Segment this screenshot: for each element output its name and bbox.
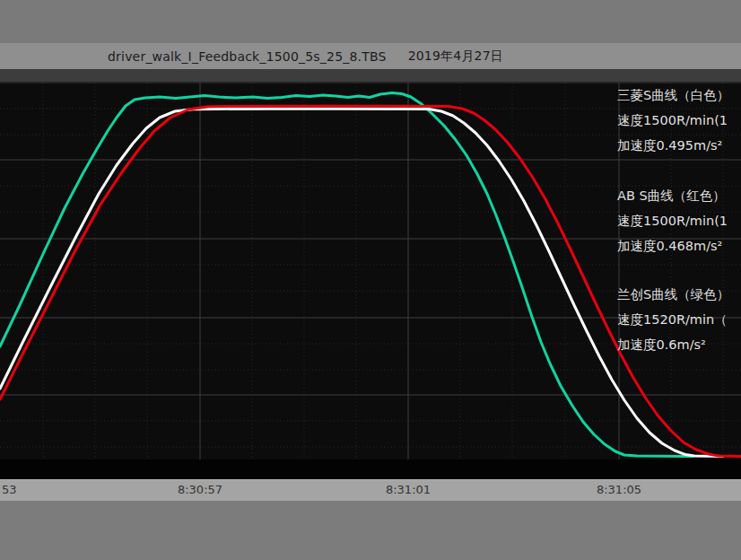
legend-lanchuang-title: 兰创S曲线（绿色） (617, 282, 741, 307)
time-tick-53: 53 (2, 483, 17, 496)
legend-ab-title: AB S曲线（红色） (617, 183, 741, 208)
legend-ab-accel: 加速度0.468m/s² (617, 233, 741, 258)
app-window: driver_walk_I_Feedback_1500_5s_25_8.TBS … (0, 0, 741, 560)
legend-ab-speed: 速度1500R/min(1 (617, 208, 741, 233)
plot-area[interactable]: 三菱S曲线（白色） 速度1500R/min(1 加速度0.495m/s² AB … (0, 69, 741, 479)
legend-mitsubishi-accel: 加速度0.495m/s² (617, 133, 741, 158)
legend-mitsubishi-title: 三菱S曲线（白色） (617, 83, 741, 108)
window-bottom-margin (0, 501, 741, 560)
legend-ab: AB S曲线（红色） 速度1500R/min(1 加速度0.468m/s² (617, 183, 741, 258)
curve-兰创S曲线 (绿色) (0, 93, 693, 457)
time-tick-83101: 8:31:01 (386, 483, 431, 496)
time-axis[interactable]: 53 8:30:57 8:31:01 8:31:05 (0, 479, 741, 501)
chart-title-band: driver_walk_I_Feedback_1500_5s_25_8.TBS … (0, 43, 741, 69)
date-label: 2019年4月27日 (408, 48, 503, 65)
legend-lanchuang: 兰创S曲线（绿色） 速度1520R/min（ 加速度0.6m/s² (617, 282, 741, 357)
file-title: driver_walk_I_Feedback_1500_5s_25_8.TBS (108, 49, 387, 64)
legend-mitsubishi: 三菱S曲线（白色） 速度1500R/min(1 加速度0.495m/s² (617, 83, 741, 158)
legend-lanchuang-accel: 加速度0.6m/s² (617, 332, 741, 357)
legend-mitsubishi-speed: 速度1500R/min(1 (617, 108, 741, 133)
time-tick-83105: 8:31:05 (597, 483, 641, 496)
legend-lanchuang-speed: 速度1520R/min（ (617, 307, 741, 332)
curve-三菱S曲线 (白色) (0, 109, 723, 456)
time-tick-83057: 8:30:57 (178, 483, 222, 496)
